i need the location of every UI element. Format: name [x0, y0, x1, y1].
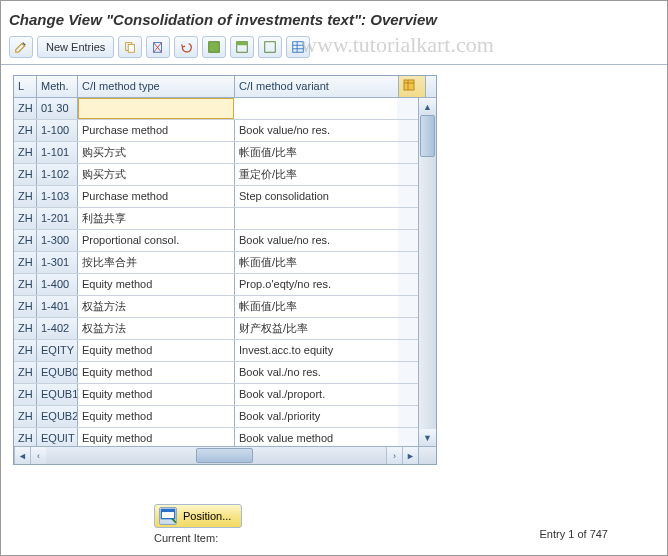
table-row[interactable]: ZH1-300Proportional consol.Book value/no…: [14, 230, 418, 252]
deselect-all-button[interactable]: [258, 36, 282, 58]
cell-meth[interactable]: EQUB0: [37, 362, 78, 383]
cell-type[interactable]: Equity method: [78, 274, 235, 295]
vertical-scrollbar[interactable]: ▲ ▼: [418, 98, 436, 446]
col-header-meth[interactable]: Meth.: [37, 76, 78, 97]
cell-type[interactable]: Equity method: [78, 428, 235, 446]
cell-meth[interactable]: 1-103: [37, 186, 78, 207]
cell-type[interactable]: Proportional consol.: [78, 230, 235, 251]
cell-meth[interactable]: 1-300: [37, 230, 78, 251]
cell-meth[interactable]: 1-201: [37, 208, 78, 229]
cell-l[interactable]: ZH: [14, 362, 37, 383]
cell-variant[interactable]: 财产权益/比率: [235, 318, 398, 339]
cell-l[interactable]: ZH: [14, 384, 37, 405]
cell-meth[interactable]: 1-401: [37, 296, 78, 317]
table-settings-button[interactable]: [286, 36, 310, 58]
cell-type[interactable]: 购买方式: [78, 164, 235, 185]
cell-variant[interactable]: Book val./no res.: [235, 362, 398, 383]
table-row[interactable]: ZH1-102购买方式重定价/比率: [14, 164, 418, 186]
cell-type[interactable]: 利益共享: [78, 208, 235, 229]
cell-variant[interactable]: 帐面值/比率: [235, 142, 398, 163]
cell-variant[interactable]: 帐面值/比率: [235, 296, 398, 317]
cell-type[interactable]: Purchase method: [78, 120, 235, 141]
col-header-l[interactable]: L: [14, 76, 37, 97]
table-row[interactable]: ZH1-101购买方式帐面值/比率: [14, 142, 418, 164]
cell-l[interactable]: ZH: [14, 252, 37, 273]
cell-variant[interactable]: [234, 98, 397, 119]
cell-variant[interactable]: Book value/no res.: [235, 230, 398, 251]
table-row[interactable]: ZH1-401权益方法帐面值/比率: [14, 296, 418, 318]
cell-l[interactable]: ZH: [14, 318, 37, 339]
cell-l[interactable]: ZH: [14, 120, 37, 141]
scroll-first-icon[interactable]: ◄: [14, 447, 30, 464]
cell-meth[interactable]: EQUB1: [37, 384, 78, 405]
table-row[interactable]: ZH01 30: [14, 98, 418, 120]
table-row[interactable]: ZH1-301按比率合并帐面值/比率: [14, 252, 418, 274]
configure-columns-button[interactable]: [398, 76, 426, 97]
cell-l[interactable]: ZH: [14, 296, 37, 317]
table-row[interactable]: ZHEQUB0Equity methodBook val./no res.: [14, 362, 418, 384]
cell-l[interactable]: ZH: [14, 208, 37, 229]
cell-type[interactable]: Equity method: [78, 362, 235, 383]
cell-l[interactable]: ZH: [14, 406, 37, 427]
scroll-left-icon[interactable]: ‹: [30, 447, 46, 464]
cell-variant[interactable]: Book val./priority: [235, 406, 398, 427]
cell-meth[interactable]: 1-402: [37, 318, 78, 339]
table-row[interactable]: ZHEQUB2Equity methodBook val./priority: [14, 406, 418, 428]
cell-l[interactable]: ZH: [14, 340, 37, 361]
cell-variant[interactable]: Invest.acc.to equity: [235, 340, 398, 361]
cell-l[interactable]: ZH: [14, 186, 37, 207]
cell-type[interactable]: 按比率合并: [78, 252, 235, 273]
select-all-button[interactable]: [202, 36, 226, 58]
cell-meth[interactable]: 1-400: [37, 274, 78, 295]
scroll-up-icon[interactable]: ▲: [419, 98, 436, 115]
cell-variant[interactable]: [235, 208, 398, 229]
table-row[interactable]: ZH1-100Purchase methodBook value/no res.: [14, 120, 418, 142]
toggle-display-change-button[interactable]: [9, 36, 33, 58]
cell-l[interactable]: ZH: [14, 428, 37, 446]
cell-variant[interactable]: Book value method: [235, 428, 398, 446]
select-block-button[interactable]: [230, 36, 254, 58]
position-button[interactable]: Position...: [154, 504, 242, 528]
table-row[interactable]: ZHEQUB1Equity methodBook val./proport.: [14, 384, 418, 406]
cell-meth[interactable]: 1-101: [37, 142, 78, 163]
undo-button[interactable]: [174, 36, 198, 58]
cell-type[interactable]: Equity method: [78, 340, 235, 361]
cell-variant[interactable]: Book val./proport.: [235, 384, 398, 405]
cell-variant[interactable]: Step consolidation: [235, 186, 398, 207]
cell-meth[interactable]: 1-100: [37, 120, 78, 141]
cell-variant[interactable]: Book value/no res.: [235, 120, 398, 141]
cell-type[interactable]: Equity method: [78, 406, 235, 427]
scroll-last-icon[interactable]: ►: [402, 447, 418, 464]
cell-meth[interactable]: 1-301: [37, 252, 78, 273]
vscroll-thumb[interactable]: [420, 115, 435, 157]
table-row[interactable]: ZHEQITYEquity methodInvest.acc.to equity: [14, 340, 418, 362]
cell-l[interactable]: ZH: [14, 142, 37, 163]
delete-button[interactable]: [146, 36, 170, 58]
cell-type[interactable]: Purchase method: [78, 186, 235, 207]
cell-type[interactable]: 权益方法: [78, 296, 235, 317]
table-row[interactable]: ZH1-103Purchase methodStep consolidation: [14, 186, 418, 208]
table-row[interactable]: ZHEQUITEquity methodBook value method: [14, 428, 418, 446]
table-row[interactable]: ZH1-402权益方法财产权益/比率: [14, 318, 418, 340]
table-row[interactable]: ZH1-201利益共享: [14, 208, 418, 230]
cell-type[interactable]: Equity method: [78, 384, 235, 405]
cell-l[interactable]: ZH: [14, 230, 37, 251]
cell-meth[interactable]: EQUB2: [37, 406, 78, 427]
col-header-variant[interactable]: C/I method variant: [235, 76, 398, 97]
table-row[interactable]: ZH1-400Equity methodProp.o'eqty/no res.: [14, 274, 418, 296]
scroll-right-icon[interactable]: ›: [386, 447, 402, 464]
new-entries-button[interactable]: New Entries: [37, 36, 114, 58]
cell-variant[interactable]: 帐面值/比率: [235, 252, 398, 273]
cell-l[interactable]: ZH: [14, 164, 37, 185]
cell-l[interactable]: ZH: [14, 274, 37, 295]
cell-type[interactable]: 权益方法: [78, 318, 235, 339]
copy-as-button[interactable]: [118, 36, 142, 58]
scroll-down-icon[interactable]: ▼: [419, 429, 436, 446]
col-header-type[interactable]: C/I method type: [78, 76, 235, 97]
cell-type[interactable]: 购买方式: [78, 142, 235, 163]
horizontal-scrollbar[interactable]: ◄ ‹ › ►: [14, 446, 418, 464]
cell-variant[interactable]: Prop.o'eqty/no res.: [235, 274, 398, 295]
cell-meth[interactable]: 1-102: [37, 164, 78, 185]
cell-meth[interactable]: 01 30: [37, 98, 78, 119]
cell-l[interactable]: ZH: [14, 98, 37, 119]
